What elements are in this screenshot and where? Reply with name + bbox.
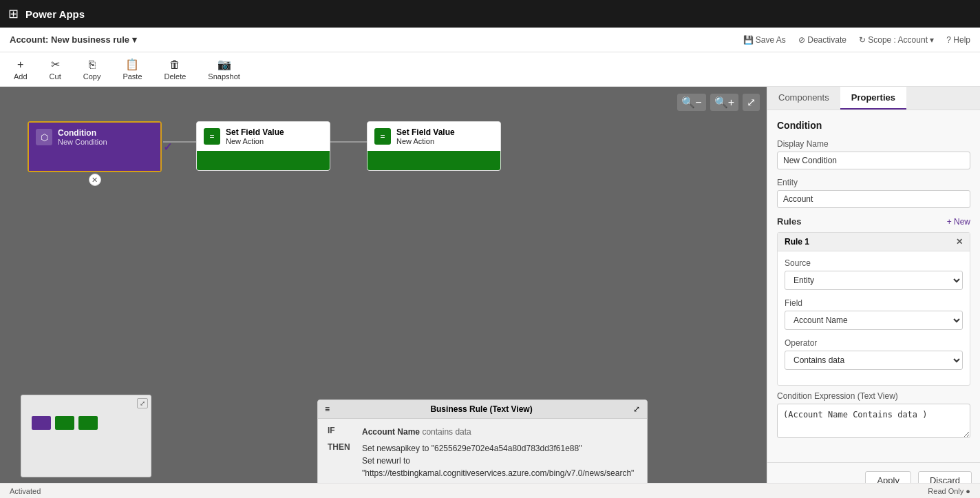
panel-tabs: Components Properties bbox=[767, 87, 980, 110]
minimap-expand-button[interactable]: ⤢ bbox=[137, 398, 148, 408]
copy-icon: ⎘ bbox=[89, 59, 96, 71]
snapshot-button[interactable]: 📷 Snapshot bbox=[204, 56, 244, 82]
condition-node-footer bbox=[29, 152, 160, 171]
display-name-label: Display Name bbox=[777, 139, 970, 149]
br-if-label: IF bbox=[328, 426, 355, 435]
minimap-condition-node bbox=[32, 416, 51, 430]
rule-1-close-icon[interactable]: ✕ bbox=[956, 237, 963, 247]
rule-1-body: Source Entity Field Account Name Operato… bbox=[778, 251, 970, 385]
br-then-content: Set newsapikey to "6255629e702e4a54a80d7… bbox=[362, 442, 637, 479]
apps-icon[interactable]: ⊞ bbox=[8, 6, 19, 21]
panel-section-title: Condition bbox=[777, 120, 970, 131]
business-rule-panel-body: IF Account Name contains data THEN Set n… bbox=[318, 419, 647, 490]
field-label: Field bbox=[785, 298, 963, 308]
fit-screen-button[interactable]: ⤢ bbox=[743, 94, 760, 111]
cut-icon: ✂ bbox=[51, 58, 60, 71]
condition-expression-textarea[interactable]: (Account Name Contains data ) bbox=[777, 404, 970, 438]
rule-1-card: Rule 1 ✕ Source Entity Field Account Nam… bbox=[777, 232, 970, 386]
paste-icon: 📋 bbox=[125, 58, 139, 71]
status-bar: Activated Read Only ● bbox=[0, 483, 980, 498]
br-then-row: THEN Set newsapikey to "6255629e702e4a54… bbox=[328, 442, 637, 479]
action-node-2[interactable]: = Set Field Value New Action bbox=[367, 121, 501, 171]
save-as-button[interactable]: 💾 Save As bbox=[743, 35, 786, 45]
breadcrumb: Account: New business rule ▾ bbox=[10, 34, 137, 45]
help-button[interactable]: ? Help bbox=[946, 35, 970, 45]
zoom-controls: 🔍− 🔍+ ⤢ bbox=[677, 94, 760, 111]
business-rule-title: Business Rule (Text View) bbox=[430, 404, 532, 414]
operator-field: Operator Contains data bbox=[785, 338, 963, 370]
business-rule-expand-button[interactable]: ⤢ bbox=[633, 404, 640, 414]
display-name-input[interactable] bbox=[777, 152, 970, 169]
entity-input[interactable] bbox=[777, 190, 970, 208]
source-field: Source Entity bbox=[785, 258, 963, 290]
rule-1-title: Rule 1 bbox=[785, 237, 809, 247]
business-rule-icon: ≡ bbox=[325, 404, 330, 414]
action-node-1[interactable]: = Set Field Value New Action bbox=[196, 121, 330, 171]
minimap-content bbox=[21, 395, 151, 450]
delete-icon: 🗑 bbox=[169, 59, 180, 71]
action-node-1-header: = Set Field Value New Action bbox=[197, 122, 330, 151]
action-node-1-title: Set Field Value bbox=[226, 127, 284, 137]
display-name-field: Display Name bbox=[777, 139, 970, 169]
add-button[interactable]: + Add bbox=[10, 57, 32, 82]
title-bar: Account: New business rule ▾ 💾 Save As ⊘… bbox=[0, 28, 980, 52]
br-then-line1: Set newsapikey to "6255629e702e4a54a80d7… bbox=[362, 442, 637, 455]
copy-button[interactable]: ⎘ Copy bbox=[79, 57, 105, 82]
condition-node-title: Condition bbox=[58, 128, 107, 138]
main-area: 🔍− 🔍+ ⤢ ⬡ Condition New Condition ✕ ✓ = bbox=[0, 87, 980, 498]
paste-button[interactable]: 📋 Paste bbox=[118, 56, 146, 82]
cut-label: Cut bbox=[50, 72, 61, 81]
deactivate-button[interactable]: ⊘ Deactivate bbox=[798, 35, 846, 45]
source-select[interactable]: Entity bbox=[785, 271, 963, 290]
delete-button[interactable]: 🗑 Delete bbox=[160, 57, 191, 82]
delete-label: Delete bbox=[164, 72, 187, 81]
rules-title: Rules bbox=[777, 216, 801, 227]
action-node-1-icon: = bbox=[204, 128, 220, 145]
top-bar: ⊞ Power Apps bbox=[0, 0, 980, 28]
add-label: Add bbox=[14, 72, 28, 81]
paste-label: Paste bbox=[122, 72, 142, 81]
field-select[interactable]: Account Name bbox=[785, 311, 963, 330]
br-then-label: THEN bbox=[328, 442, 355, 452]
condition-node-text: Condition New Condition bbox=[58, 128, 107, 146]
condition-delete-button[interactable]: ✕ bbox=[89, 174, 101, 186]
scope-button[interactable]: ↻ Scope : Account ▾ bbox=[859, 35, 934, 45]
snapshot-icon: 📷 bbox=[217, 58, 231, 71]
operator-select[interactable]: Contains data bbox=[785, 351, 963, 370]
add-icon: + bbox=[17, 59, 23, 71]
br-if-field: Account Name bbox=[362, 427, 420, 437]
rules-header: Rules + New bbox=[777, 216, 970, 227]
title-actions: 💾 Save As ⊘ Deactivate ↻ Scope : Account… bbox=[743, 35, 971, 45]
tab-components[interactable]: Components bbox=[767, 87, 840, 110]
operator-label: Operator bbox=[785, 338, 963, 348]
entity-label: Entity bbox=[777, 178, 970, 187]
zoom-out-button[interactable]: 🔍− bbox=[677, 94, 705, 111]
app-name: Power Apps bbox=[25, 8, 85, 20]
canvas[interactable]: 🔍− 🔍+ ⤢ ⬡ Condition New Condition ✕ ✓ = bbox=[0, 87, 767, 498]
chevron-down-icon[interactable]: ▾ bbox=[132, 34, 137, 45]
action-node-2-icon: = bbox=[374, 128, 391, 145]
connector-line-2 bbox=[330, 141, 367, 143]
business-rule-panel: ≡ Business Rule (Text View) ⤢ IF Account… bbox=[317, 400, 648, 491]
rule-1-header: Rule 1 ✕ bbox=[778, 233, 970, 251]
minimap-action1-node bbox=[55, 416, 74, 430]
minimap: ⤢ bbox=[21, 395, 151, 477]
action-node-1-text: Set Field Value New Action bbox=[226, 127, 284, 145]
entity-field: Entity bbox=[777, 178, 970, 208]
cut-button[interactable]: ✂ Cut bbox=[45, 56, 65, 82]
page-title: Account: New business rule bbox=[10, 34, 129, 45]
source-label: Source bbox=[785, 258, 963, 268]
minimap-action2-node bbox=[78, 416, 98, 430]
copy-label: Copy bbox=[83, 72, 101, 81]
snapshot-label: Snapshot bbox=[208, 72, 239, 81]
condition-expression-label: Condition Expression (Text View) bbox=[777, 391, 970, 401]
status-left: Activated bbox=[10, 487, 41, 495]
br-then-line2: Set newurl to "https://testbingkamal.cog… bbox=[362, 455, 637, 479]
rules-new-button[interactable]: + New bbox=[947, 217, 970, 227]
status-right: Read Only ● bbox=[928, 487, 970, 495]
br-if-content: Account Name contains data bbox=[362, 426, 471, 438]
condition-expression-field: Condition Expression (Text View) (Accoun… bbox=[777, 391, 970, 440]
condition-node[interactable]: ⬡ Condition New Condition ✕ bbox=[28, 121, 162, 172]
tab-properties[interactable]: Properties bbox=[840, 87, 906, 110]
zoom-in-button[interactable]: 🔍+ bbox=[710, 94, 738, 111]
